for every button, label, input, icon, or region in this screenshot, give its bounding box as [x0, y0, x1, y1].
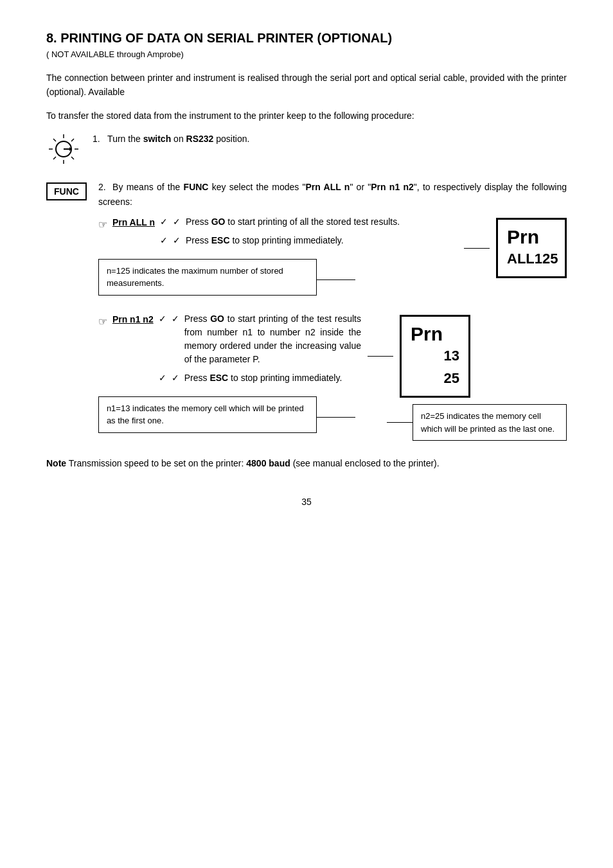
note-label: Note [46, 458, 66, 468]
prn-all-check1: ✓ Press GO to start printing of all the … [160, 215, 400, 229]
screen-prn-all-sub: ALL 125 [507, 247, 556, 270]
screen-n2-row1: 13 [411, 344, 459, 367]
intro-para-2: To transfer the stored data from the ins… [46, 109, 567, 123]
page-number: 35 [46, 497, 567, 507]
step2-mid2: " or " [350, 182, 371, 192]
prn-n2-check2: ✓ Press ESC to stop printing immediately… [159, 371, 361, 385]
prn-all-row: ☞ Prn ALL n ✓ Press GO to start printing… [98, 215, 458, 252]
connector-line-1 [317, 279, 355, 280]
checkmark-4: ✓ [172, 371, 179, 385]
step2-num: 2. [98, 182, 112, 192]
page-title: 8. PRINTING OF DATA ON SERIAL PRINTER (O… [46, 31, 567, 46]
prn-n2-section: ☞ Prn n1 n2 ✓ Press GO to start printing… [98, 312, 567, 441]
step-1-switch: switch [143, 134, 172, 144]
prn-n2-right: Prn 13 25 n2=25 indicates the memory cel… [368, 315, 567, 441]
subtitle: ( NOT AVAILABLE through Amprobe) [46, 49, 567, 59]
sun-switch-icon [46, 132, 81, 168]
step-1-text-pre: Turn the [107, 134, 143, 144]
prn-n2-left: ☞ Prn n1 n2 ✓ Press GO to start printing… [98, 312, 361, 438]
step-1-content: 1. Turn the switch on RS232 position. [93, 132, 567, 146]
note-post: (see manual enclosed to the printer). [290, 458, 440, 468]
step2-bold3: Prn n1 n2 [371, 182, 414, 192]
prn-n1-note: n1=13 indicates the memory cell which wi… [98, 396, 317, 433]
step2-mid: key select the modes " [208, 182, 305, 192]
screen-prn-n2-title: Prn [411, 323, 459, 344]
connector-line-2 [317, 417, 355, 418]
go-bold-2: GO [210, 314, 224, 324]
checkmark-2: ✓ [173, 234, 181, 247]
step2-bold1: FUNC [184, 182, 209, 192]
prn-all-section: ☞ Prn ALL n ✓ Press GO to start printing… [98, 215, 567, 301]
step-1-text-post: position. [213, 134, 249, 144]
prn-all-checks: ✓ Press GO to start printing of all the … [160, 215, 400, 252]
prn-n2-section-wrap: ☞ Prn n1 n2 ✓ Press GO to start printing… [98, 312, 567, 441]
step-2-text: 2. By means of the FUNC key select the m… [98, 180, 567, 209]
finger-icon-1: ☞ [98, 217, 107, 233]
connector-right-2 [368, 356, 393, 357]
finger-icon-2: ☞ [98, 314, 107, 330]
prn-n2-row: ☞ Prn n1 n2 ✓ Press GO to start printing… [98, 312, 361, 390]
prn-all-check2: ✓ Press ESC to stop printing immediately… [160, 234, 400, 247]
screen-all-row1: ALL [507, 247, 535, 270]
step-1-number: 1. [93, 134, 105, 144]
note-paragraph: Note Transmission speed to be set on the… [46, 456, 567, 470]
step-1-block: 1. Turn the switch on RS232 position. [46, 132, 567, 168]
step-2-content: 2. By means of the FUNC key select the m… [98, 180, 567, 441]
step-1-rs232: RS232 [186, 134, 214, 144]
esc-bold-2: ESC [209, 373, 228, 383]
svg-line-7 [53, 157, 56, 159]
svg-line-6 [71, 139, 74, 141]
func-label: FUNC [46, 182, 87, 200]
connector-n2 [387, 422, 413, 423]
screen-prn-all-title: Prn [507, 226, 556, 247]
prn-n2-check1: ✓ Press GO to start printing of the test… [159, 312, 361, 366]
step-2-block: FUNC 2. By means of the FUNC key select … [46, 180, 567, 441]
prn-n2-check2-text: Press ESC to stop printing immediately. [184, 371, 342, 385]
prn-all-note: n=125 indicates the maximum number of st… [98, 259, 317, 296]
prn-all-label: Prn ALL n [112, 215, 155, 229]
svg-line-5 [71, 157, 74, 159]
prn-all-check1-text: Press GO to start printing of all the st… [186, 215, 400, 229]
checkmark-3: ✓ [172, 312, 179, 326]
note-pre: Transmission speed to be set on the prin… [66, 458, 246, 468]
prn-n2-checks: ✓ Press GO to start printing of the test… [159, 312, 361, 390]
prn-n2-check1-text: Press GO to start printing of the test r… [184, 312, 361, 366]
go-bold-1: GO [211, 217, 226, 227]
note-baud: 4800 baud [246, 458, 290, 468]
screen-n2-row2: 25 [411, 367, 459, 389]
prn-n2-note: n2=25 indicates the memory cell which wi… [413, 404, 567, 441]
step2-bold2: Prn ALL n [306, 182, 350, 192]
intro-para-1: The connection between printer and instr… [46, 71, 567, 100]
screen-prn-n2: Prn 13 25 [400, 315, 470, 398]
step-1-text-mid: on [171, 134, 186, 144]
checkmark-1: ✓ [173, 215, 181, 229]
prn-all-left: ☞ Prn ALL n ✓ Press GO to start printing… [98, 215, 458, 301]
screen-prn-all: Prn ALL 125 [496, 218, 567, 278]
screen-all-row2: 125 [535, 247, 558, 270]
esc-bold-1: ESC [211, 235, 230, 245]
prn-all-check2-text: Press ESC to stop printing immediately. [186, 234, 344, 247]
svg-line-4 [53, 139, 56, 141]
prn-all-right: Prn ALL 125 [464, 218, 567, 278]
step2-pre: By means of the [112, 182, 184, 192]
func-key-icon: FUNC [46, 181, 87, 200]
connector-right-1 [464, 248, 490, 249]
prn-n2-label: Prn n1 n2 [112, 312, 154, 326]
